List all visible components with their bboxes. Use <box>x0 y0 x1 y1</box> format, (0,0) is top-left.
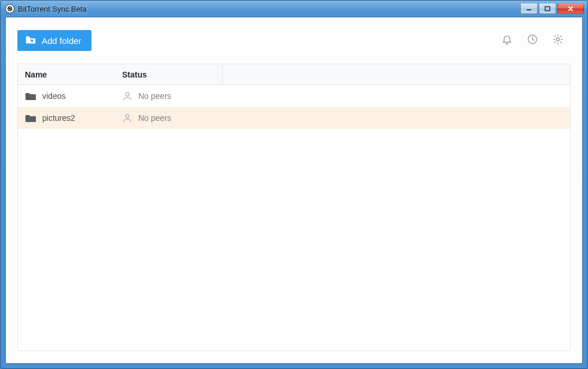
svg-point-0 <box>8 6 12 11</box>
add-folder-icon <box>25 35 36 46</box>
status-text: No peers <box>138 91 171 101</box>
table-header: Name Status <box>18 64 570 85</box>
add-folder-label: Add folder <box>42 36 81 46</box>
titlebar[interactable]: BitTorrent Sync Beta <box>1 1 587 17</box>
notifications-button[interactable] <box>494 30 520 51</box>
clock-icon <box>527 34 538 47</box>
minimize-button[interactable] <box>520 3 538 14</box>
close-button[interactable] <box>557 3 584 14</box>
settings-button[interactable] <box>545 30 571 51</box>
client-area: Add folder Name Status <box>5 17 583 364</box>
column-header-rest[interactable] <box>223 64 570 84</box>
folder-name: videos <box>42 91 65 101</box>
gear-icon <box>552 34 564 47</box>
svg-point-7 <box>126 93 129 96</box>
cell-name: videos <box>18 91 122 101</box>
svg-rect-2 <box>545 6 550 10</box>
add-folder-button[interactable]: Add folder <box>17 30 91 51</box>
window-title: BitTorrent Sync Beta <box>18 5 520 13</box>
table-row[interactable]: pictures2No peers <box>18 107 570 129</box>
folders-panel: Name Status videosNo peerspictures2No pe… <box>17 64 571 351</box>
history-button[interactable] <box>520 30 545 51</box>
folder-icon <box>25 113 36 123</box>
bell-icon <box>501 34 513 47</box>
svg-rect-1 <box>527 9 531 10</box>
app-icon <box>5 4 14 13</box>
peer-icon <box>122 91 133 101</box>
app-window: BitTorrent Sync Beta Add folder <box>0 0 588 369</box>
table-row[interactable]: videosNo peers <box>18 85 570 107</box>
column-header-status[interactable]: Status <box>122 64 223 84</box>
maximize-button[interactable] <box>539 3 556 14</box>
folder-icon <box>25 91 36 101</box>
window-controls <box>520 3 584 14</box>
cell-status: No peers <box>122 91 223 101</box>
cell-name: pictures2 <box>18 113 122 123</box>
column-header-name[interactable]: Name <box>18 64 122 84</box>
toolbar: Add folder <box>17 29 571 52</box>
svg-point-8 <box>126 115 129 118</box>
table-body: videosNo peerspictures2No peers <box>18 85 570 350</box>
status-text: No peers <box>138 113 171 123</box>
peer-icon <box>122 113 133 123</box>
folder-name: pictures2 <box>42 113 75 123</box>
cell-status: No peers <box>122 113 223 123</box>
svg-rect-4 <box>31 40 34 41</box>
svg-point-6 <box>556 38 559 40</box>
